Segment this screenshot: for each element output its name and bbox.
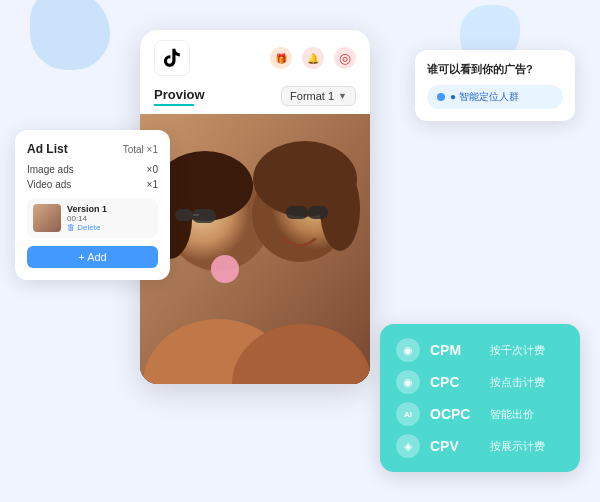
preview-image [140,114,370,384]
add-button[interactable]: + Add [27,246,158,268]
dropdown-arrow-icon: ▼ [338,91,347,101]
audience-tag[interactable]: ● 智能定位人群 [427,85,563,109]
svg-rect-14 [308,206,328,219]
blob-decoration-tl [30,0,110,70]
image-ads-row: Image ads ×0 [27,164,158,175]
scene: 🎁 🔔 ◎ Proviow Format 1 ▼ [0,0,600,502]
cpv-code: CPV [430,438,480,454]
cpm-icon: ◉ [396,338,420,362]
svg-rect-5 [192,209,216,223]
pricing-row-cpc: ◉ CPC 按点击计费 [396,370,564,394]
image-ads-label: Image ads [27,164,74,175]
preview-svg [140,114,370,384]
ad-item-preview: Version 1 00:14 🗑 Delete [27,198,158,238]
notification-icon[interactable]: 🔔 [302,47,324,69]
audience-title: 谁可以看到你的广告? [427,62,563,77]
video-ads-row: Video ads ×1 [27,179,158,190]
ad-list-card: Ad List Total ×1 Image ads ×0 Video ads … [15,130,170,280]
image-ads-count: ×0 [147,164,158,175]
pricing-row-cpm: ◉ CPM 按千次计费 [396,338,564,362]
delete-button[interactable]: 🗑 Delete [67,223,152,232]
nav-underline [154,104,194,106]
video-ads-count: ×1 [147,179,158,190]
cpc-desc: 按点击计费 [490,375,545,390]
card-nav: Proviow Format 1 ▼ [140,82,370,114]
video-ads-label: Video ads [27,179,71,190]
audience-dot-icon [437,93,445,101]
pricing-row-cpv: ◈ CPV 按展示计费 [396,434,564,458]
format-label: Format 1 [290,90,334,102]
ad-version-label: Version 1 [67,204,152,214]
svg-rect-13 [286,206,308,219]
cpm-desc: 按千次计费 [490,343,545,358]
format-dropdown[interactable]: Format 1 ▼ [281,86,356,106]
card-header: 🎁 🔔 ◎ [140,30,370,82]
cpv-desc: 按展示计费 [490,439,545,454]
preview-card: 🎁 🔔 ◎ Proviow Format 1 ▼ [140,30,370,384]
svg-rect-6 [175,209,193,221]
cpv-icon: ◈ [396,434,420,458]
cpc-code: CPC [430,374,480,390]
ocpc-icon: AI [396,402,420,426]
cpc-icon: ◉ [396,370,420,394]
cpm-code: CPM [430,342,480,358]
user-icon[interactable]: ◎ [334,47,356,69]
ad-thumbnail [33,204,61,232]
ocpc-code: OCPC [430,406,480,422]
audience-card: 谁可以看到你的广告? ● 智能定位人群 [415,50,575,121]
ocpc-desc: 智能出价 [490,407,534,422]
ad-list-title: Ad List [27,142,68,156]
ad-duration-label: 00:14 [67,214,152,223]
ad-list-header: Ad List Total ×1 [27,142,158,156]
ad-item-info: Version 1 00:14 🗑 Delete [67,204,152,232]
pricing-card: ◉ CPM 按千次计费 ◉ CPC 按点击计费 AI OCPC 智能出价 ◈ C… [380,324,580,472]
tiktok-logo [154,40,190,76]
header-icons: 🎁 🔔 ◎ [270,47,356,69]
pricing-row-ocpc: AI OCPC 智能出价 [396,402,564,426]
audience-tag-label: ● 智能定位人群 [450,90,519,104]
nav-label: Proviow [154,87,205,102]
gift-icon[interactable]: 🎁 [270,47,292,69]
ad-list-total: Total ×1 [123,144,158,155]
svg-point-8 [211,255,239,283]
